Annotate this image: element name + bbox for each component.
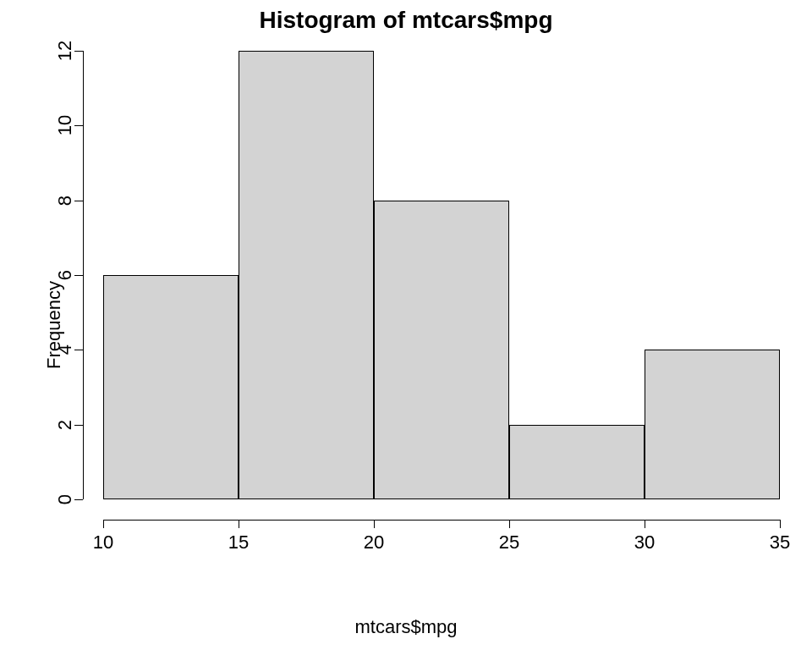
histogram-bar	[509, 425, 645, 499]
histogram-bar	[645, 350, 780, 499]
y-tick-label: 8	[54, 188, 76, 213]
y-axis-line	[83, 51, 84, 499]
x-tick	[509, 520, 510, 528]
y-tick-label: 2	[54, 412, 76, 438]
x-tick-label: 35	[770, 532, 790, 554]
histogram-bar	[239, 51, 374, 499]
x-tick-label: 10	[93, 532, 113, 554]
y-tick-label: 10	[54, 113, 76, 138]
x-tick	[103, 520, 104, 528]
chart-title: Histogram of mtcars$mpg	[0, 7, 812, 34]
y-tick-label: 6	[54, 262, 76, 288]
histogram-bar	[374, 201, 509, 499]
y-tick-label: 12	[54, 38, 76, 63]
x-tick	[645, 520, 645, 528]
x-tick-label: 15	[228, 532, 249, 554]
x-tick-label: 25	[499, 532, 519, 554]
plot-area	[103, 51, 780, 499]
histogram-bar	[103, 275, 239, 499]
y-tick-label: 0	[54, 487, 76, 512]
x-axis-label: mtcars$mpg	[0, 616, 812, 638]
x-tick	[239, 520, 239, 528]
x-axis-line	[103, 520, 780, 521]
x-tick	[780, 520, 781, 528]
x-tick	[374, 520, 375, 528]
y-tick-label: 4	[54, 337, 76, 362]
histogram-chart: Histogram of mtcars$mpg Frequency mtcars…	[0, 0, 812, 650]
x-tick-label: 30	[634, 532, 655, 554]
x-tick-label: 20	[364, 532, 384, 554]
